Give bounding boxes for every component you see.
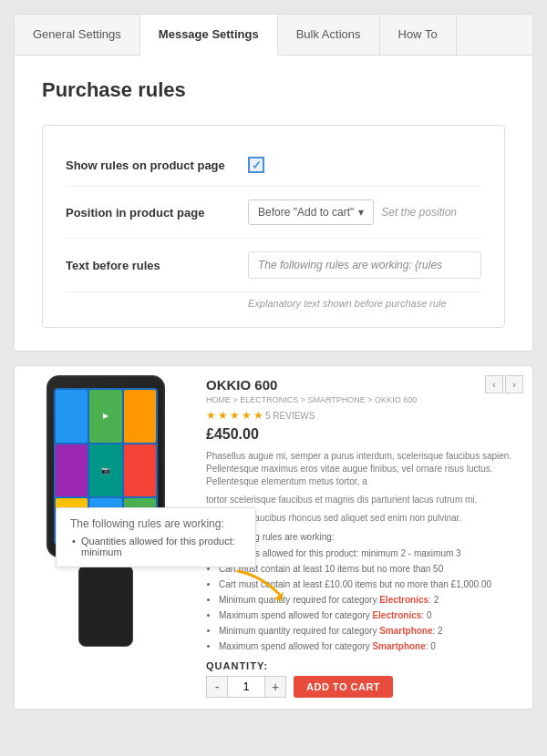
- electronics-highlight-2: Electronics: [372, 610, 421, 620]
- text-before-label: Text before rules: [66, 259, 248, 272]
- rule-item-1: Quantities allowed for this product: min…: [219, 547, 523, 560]
- dropdown-icon: ▾: [358, 206, 364, 219]
- text-before-row: Text before rules: [66, 239, 481, 292]
- rules-overlay-title: The following rules are working:: [70, 517, 242, 530]
- product-title: OKKIO 600: [206, 377, 523, 393]
- rule-item-6: Minimum quantity required for category S…: [219, 624, 523, 638]
- explanatory-text: Explanatory text shown before purchase r…: [66, 298, 481, 309]
- nav-arrows: ‹ ›: [485, 375, 523, 393]
- star-2: ★: [218, 409, 228, 422]
- next-arrow[interactable]: ›: [505, 375, 523, 393]
- position-row: Position in product page Before "Add to …: [66, 187, 481, 239]
- arrow-svg-icon: [233, 567, 288, 603]
- settings-card: Show rules on product page ✓ Position in…: [42, 125, 505, 328]
- position-select[interactable]: Before "Add to cart" ▾: [248, 199, 374, 225]
- tile-2: ▶: [89, 390, 121, 443]
- product-breadcrumb: HOME > ELECTRONICS > SMARTPHONE > OKKIO …: [206, 395, 523, 404]
- quantity-controls: - + ADD TO CART: [206, 676, 523, 698]
- product-description: Phasellus augue mi, semper a purus inter…: [206, 450, 523, 488]
- tile-1: [56, 390, 88, 443]
- check-icon: ✓: [252, 158, 262, 172]
- tabs-bar: General Settings Message Settings Bulk A…: [15, 15, 532, 56]
- panel-body: Purchase rules Show rules on product pag…: [15, 56, 532, 351]
- position-control: Before "Add to cart" ▾ Set the position: [248, 199, 481, 225]
- position-label: Position in product page: [66, 206, 248, 220]
- rules-overlay-item-1: Quantities allowed for this product: min…: [70, 536, 242, 557]
- star-4: ★: [242, 409, 252, 422]
- reviews-count: 5 REVIEWS: [265, 411, 315, 421]
- set-position-link[interactable]: Set the position: [381, 206, 457, 219]
- main-container: General Settings Message Settings Bulk A…: [0, 0, 547, 723]
- position-value: Before "Add to cart": [258, 206, 354, 219]
- star-5: ★: [253, 409, 263, 422]
- tile-5: 📷: [89, 444, 121, 497]
- text-before-input[interactable]: [248, 251, 481, 279]
- tile-6: [124, 444, 156, 497]
- position-select-wrapper: Before "Add to cart" ▾ Set the position: [248, 199, 457, 225]
- page-title: Purchase rules: [42, 78, 505, 102]
- product-price: £450.00: [206, 426, 523, 443]
- arrow-pointer: [233, 567, 288, 607]
- rule-item-5: Maximum spend allowed for category Elect…: [219, 608, 523, 622]
- product-thumbnail: [78, 565, 133, 647]
- electronics-highlight-1: Electronics: [379, 595, 428, 605]
- quantity-label: QUANTITY:: [206, 660, 523, 671]
- product-preview: ‹ › ▶ 📷: [14, 365, 533, 710]
- product-description-2: tortor scelerisque faucibus et magnis di…: [206, 494, 523, 506]
- tab-message-settings[interactable]: Message Settings: [140, 15, 278, 56]
- text-before-control: [248, 251, 481, 279]
- settings-panel: General Settings Message Settings Bulk A…: [14, 14, 533, 352]
- show-rules-row: Show rules on product page ✓: [66, 144, 481, 187]
- quantity-section: QUANTITY: - + ADD TO CART: [206, 660, 523, 698]
- show-rules-checkbox[interactable]: ✓: [248, 157, 264, 173]
- rules-overlay: The following rules are working: Quantit…: [56, 507, 256, 567]
- star-3: ★: [230, 409, 240, 422]
- rule-item-7: Maximum spend allowed for category Smart…: [219, 639, 523, 653]
- prev-arrow[interactable]: ‹: [485, 375, 503, 393]
- tab-how-to[interactable]: How To: [380, 15, 457, 55]
- star-1: ★: [206, 409, 216, 422]
- add-to-cart-button[interactable]: ADD TO CART: [294, 676, 393, 698]
- quantity-minus-button[interactable]: -: [206, 676, 228, 698]
- quantity-input[interactable]: [228, 676, 264, 698]
- show-rules-label: Show rules on product page: [66, 158, 248, 172]
- quantity-plus-button[interactable]: +: [264, 676, 286, 698]
- tab-bulk-actions[interactable]: Bulk Actions: [278, 15, 380, 55]
- tile-4: [56, 444, 88, 497]
- tile-3: [124, 390, 156, 443]
- tab-general-settings[interactable]: General Settings: [15, 15, 140, 55]
- smartphone-highlight-2: Smartphone: [372, 641, 425, 651]
- show-rules-control: ✓: [248, 157, 481, 173]
- product-stars: ★ ★ ★ ★ ★ 5 REVIEWS: [206, 409, 523, 422]
- smartphone-highlight-1: Smartphone: [379, 626, 432, 636]
